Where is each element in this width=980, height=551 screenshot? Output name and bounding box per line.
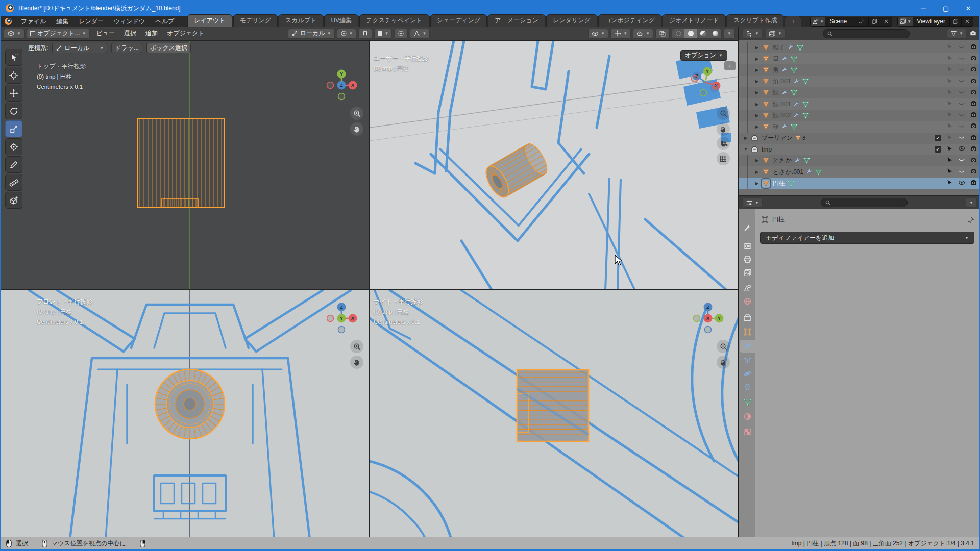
workspace-tab-アニメーション[interactable]: アニメーション xyxy=(488,14,545,27)
outliner-display-mode-dropdown[interactable]: ▼ xyxy=(765,29,786,39)
falloff-dropdown[interactable]: ▼ xyxy=(410,29,430,39)
eye-closed-icon[interactable] xyxy=(958,55,965,63)
properties-tab-collection[interactable] xyxy=(740,311,755,324)
outliner-row-円柱[interactable]: ▶円柱 xyxy=(739,178,980,189)
minimize-button[interactable]: ─ xyxy=(912,1,935,16)
mode-dropdown[interactable]: オブジェクト...▼ xyxy=(27,29,90,39)
pan-hand-icon[interactable] xyxy=(717,122,730,136)
maximize-button[interactable]: ▢ xyxy=(935,1,957,16)
outliner-row-とさか.001[interactable]: ▶とさか.001 xyxy=(739,166,980,178)
properties-tab-tool[interactable] xyxy=(740,221,755,234)
render-visibility-icon[interactable] xyxy=(970,66,977,74)
selectable-icon[interactable] xyxy=(946,89,953,97)
properties-tab-object[interactable] xyxy=(740,325,755,338)
viewport-menu-オブジェクト[interactable]: オブジェクト xyxy=(162,29,209,38)
blender-menu-icon[interactable] xyxy=(5,18,12,25)
menu-レンダー[interactable]: レンダー xyxy=(74,17,109,26)
outliner-row-顎[interactable]: ▶顎 xyxy=(739,121,980,132)
render-visibility-icon[interactable] xyxy=(970,111,977,119)
outliner-row-角.001[interactable]: ▶角.001 xyxy=(739,76,980,87)
menu-ファイル[interactable]: ファイル xyxy=(16,17,51,26)
render-visibility-icon[interactable] xyxy=(970,78,977,86)
properties-tab-scene[interactable] xyxy=(740,282,755,294)
selectable-icon[interactable] xyxy=(946,78,953,86)
workspace-tab-シェーディング[interactable]: シェーディング xyxy=(430,14,487,27)
viewport-user[interactable]: ユーザー・平行投影 (0) tmp | 円柱 オプション▼ ‹ YXZ xyxy=(369,40,738,290)
render-visibility-icon[interactable] xyxy=(970,134,977,142)
outliner-editor-type-button[interactable]: ▼ xyxy=(742,29,763,39)
properties-editor-type-button[interactable]: ▼ xyxy=(742,197,763,208)
workspace-tab-レイアウト[interactable]: レイアウト xyxy=(187,14,232,27)
properties-tab-physics[interactable] xyxy=(740,367,755,380)
close-button[interactable]: ✕ xyxy=(957,1,979,16)
tool-measure-button[interactable] xyxy=(5,174,22,191)
outliner-row-角[interactable]: ▶角 xyxy=(739,64,980,76)
snap-toggle[interactable] xyxy=(358,29,372,39)
properties-tab-material[interactable] xyxy=(740,410,755,423)
disclosure-icon[interactable]: ▶ xyxy=(754,45,760,50)
eye-closed-icon[interactable] xyxy=(958,100,965,109)
properties-tab-constraints[interactable] xyxy=(740,381,755,393)
tool-annotate-button[interactable] xyxy=(5,156,22,173)
selectable-icon[interactable] xyxy=(946,111,953,119)
selectable-icon[interactable] xyxy=(946,66,953,74)
properties-tab-texture[interactable] xyxy=(740,425,755,438)
properties-search-input[interactable] xyxy=(821,198,908,207)
pivot-point-dropdown[interactable]: ▼ xyxy=(337,29,357,39)
shading-options-dropdown[interactable]: ▼ xyxy=(724,29,735,39)
add-modifier-button[interactable]: モディファイアーを追加▼ xyxy=(760,232,974,244)
disclosure-icon[interactable]: ▶ xyxy=(754,90,760,95)
drag-mode-dropdown[interactable]: ドラッ... xyxy=(111,43,142,53)
tool-add-cube-button[interactable] xyxy=(5,192,22,209)
workspace-tab-ジオメトリノード[interactable]: ジオメトリノード xyxy=(663,14,726,27)
selectable-icon[interactable] xyxy=(946,122,953,131)
render-visibility-icon[interactable] xyxy=(970,100,977,108)
camera-view-icon[interactable] xyxy=(717,137,730,150)
editor-type-button[interactable]: ▼ xyxy=(4,29,24,39)
viewport-menu-追加[interactable]: 追加 xyxy=(141,29,162,38)
collection-checkbox[interactable]: ✓ xyxy=(935,146,941,153)
tool-transform-button[interactable] xyxy=(5,138,22,155)
selectable-icon[interactable] xyxy=(946,157,953,165)
eye-closed-icon[interactable] xyxy=(958,168,965,177)
tool-scale-button[interactable] xyxy=(5,120,22,137)
visibility-dropdown[interactable]: ▼ xyxy=(588,29,608,39)
properties-tab-modifiers[interactable] xyxy=(740,340,755,353)
disclosure-icon[interactable]: ▶ xyxy=(754,102,760,107)
scene-selector[interactable]: ▼ Scene xyxy=(810,17,892,27)
3d-viewport-quad[interactable]: トップ・平行投影 (0) tmp | 円柱 Centimeters x 0.1 … xyxy=(1,40,738,539)
properties-tab-world[interactable] xyxy=(740,295,755,308)
outliner-search-input[interactable] xyxy=(823,29,910,38)
outliner-row-とさか[interactable]: ▶とさか xyxy=(739,155,980,166)
proportional-edit-toggle[interactable] xyxy=(394,29,408,39)
workspace-tab-モデリング[interactable]: モデリング xyxy=(233,14,278,27)
eye-closed-icon[interactable] xyxy=(958,43,965,52)
eye-open-icon[interactable] xyxy=(958,179,965,188)
outliner-row-額[interactable]: ▶額 xyxy=(739,87,980,98)
selectable-icon[interactable] xyxy=(946,179,953,187)
scene-copy-button[interactable] xyxy=(868,17,880,26)
shading-solid-button[interactable] xyxy=(684,29,697,38)
selectable-icon[interactable] xyxy=(946,168,953,176)
eye-closed-icon[interactable] xyxy=(958,111,965,120)
disclosure-icon[interactable]: ▶ xyxy=(754,170,760,174)
pan-hand-icon[interactable] xyxy=(350,356,363,369)
view-layer-copy-button[interactable] xyxy=(949,17,961,26)
sidebar-collapse-icon[interactable]: ‹ xyxy=(724,61,736,70)
selectable-icon[interactable] xyxy=(946,134,953,142)
eye-closed-icon[interactable] xyxy=(958,122,965,131)
workspace-tab-レンダリング[interactable]: レンダリング xyxy=(546,14,597,27)
pan-hand-icon[interactable] xyxy=(717,356,730,369)
selectable-icon[interactable] xyxy=(946,100,953,108)
scene-unlink-button[interactable] xyxy=(880,17,892,26)
render-visibility-icon[interactable] xyxy=(970,168,977,176)
outliner-row-ブーリアン[interactable]: ▶ブーリアン8✓ xyxy=(739,133,980,144)
zoom-icon[interactable] xyxy=(717,107,730,120)
viewport-menu-選択[interactable]: 選択 xyxy=(119,29,141,38)
tool-select-box-button[interactable] xyxy=(5,49,22,66)
disclosure-icon[interactable]: ▶ xyxy=(754,113,760,118)
disclosure-icon[interactable]: ▶ xyxy=(754,57,760,61)
workspace-tab-スカルプト[interactable]: スカルプト xyxy=(279,14,323,27)
disclosure-icon[interactable]: ▶ xyxy=(754,181,760,186)
workspace-tab-UV編集[interactable]: UV編集 xyxy=(324,14,358,27)
